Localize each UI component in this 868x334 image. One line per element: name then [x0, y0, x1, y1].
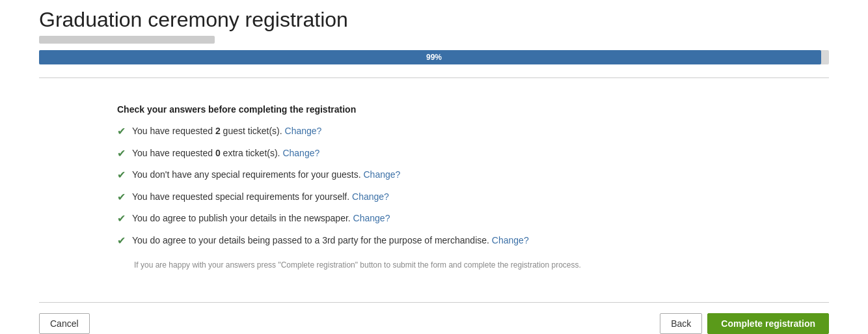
- change-link-2[interactable]: Change?: [282, 148, 319, 158]
- page-title: Graduation ceremony registration: [39, 8, 829, 32]
- change-link-3[interactable]: Change?: [363, 169, 400, 180]
- item-text: You don't have any special requirements …: [132, 169, 400, 182]
- change-link-1[interactable]: Change?: [285, 126, 322, 136]
- page-container: Graduation ceremony registration 99% Che…: [0, 0, 868, 334]
- content-area: Check your answers before completing the…: [39, 91, 829, 296]
- button-row: Cancel Back Complete registration: [39, 313, 829, 334]
- back-button[interactable]: Back: [660, 313, 702, 334]
- complete-registration-button[interactable]: Complete registration: [707, 313, 829, 334]
- change-link-4[interactable]: Change?: [352, 191, 389, 202]
- info-note: If you are happy with your answers press…: [134, 260, 829, 270]
- right-buttons: Back Complete registration: [660, 313, 829, 334]
- progress-label: 99%: [426, 53, 442, 62]
- list-item: ✔ You have requested special requirement…: [117, 191, 829, 204]
- checkmark-icon: ✔: [117, 191, 126, 203]
- progress-container: 99%: [39, 50, 829, 64]
- check-list: ✔ You have requested 2 guest ticket(s). …: [117, 125, 829, 247]
- item-text: You do agree to publish your details in …: [132, 212, 390, 225]
- cancel-button[interactable]: Cancel: [39, 313, 90, 334]
- change-link-5[interactable]: Change?: [353, 213, 390, 223]
- section-heading: Check your answers before completing the…: [117, 104, 829, 115]
- checkmark-icon: ✔: [117, 234, 126, 247]
- item-text: You have requested special requirements …: [132, 191, 389, 204]
- top-divider: [39, 77, 829, 78]
- subtitle-bar: [39, 36, 215, 44]
- list-item: ✔ You do agree to your details being pas…: [117, 234, 829, 247]
- list-item: ✔ You have requested 2 guest ticket(s). …: [117, 125, 829, 138]
- change-link-6[interactable]: Change?: [492, 235, 529, 245]
- checkmark-icon: ✔: [117, 212, 126, 225]
- item-text: You do agree to your details being passe…: [132, 234, 529, 247]
- list-item: ✔ You do agree to publish your details i…: [117, 212, 829, 225]
- list-item: ✔ You have requested 0 extra ticket(s). …: [117, 147, 829, 160]
- checkmark-icon: ✔: [117, 147, 126, 160]
- item-text: You have requested 2 guest ticket(s). Ch…: [132, 125, 321, 138]
- list-item: ✔ You don't have any special requirement…: [117, 169, 829, 182]
- checkmark-icon: ✔: [117, 125, 126, 137]
- bottom-divider: [39, 302, 829, 303]
- checkmark-icon: ✔: [117, 169, 126, 181]
- item-text: You have requested 0 extra ticket(s). Ch…: [132, 147, 319, 160]
